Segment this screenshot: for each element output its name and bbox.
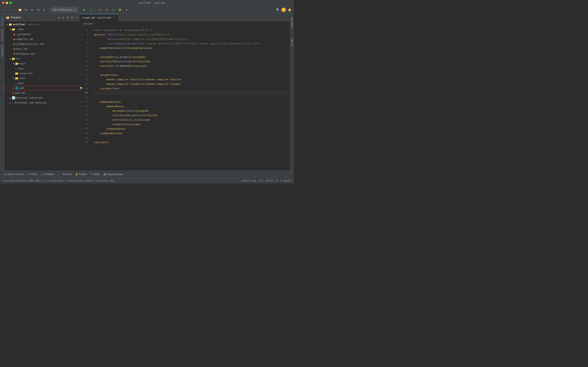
- expand-all-icon[interactable]: ⊕: [57, 16, 60, 19]
- line-4: 4: [80, 41, 90, 46]
- settings-button[interactable]: ⚙: [35, 7, 41, 13]
- tree-jar-repos[interactable]: ⚙ jarRepositories.xml: [4, 42, 80, 47]
- line-separator-item[interactable]: LF: [274, 178, 279, 184]
- code-line-6: [94, 50, 287, 55]
- profiler-icon: ⚡: [75, 173, 78, 176]
- notifications-button[interactable]: 🔔: [287, 7, 292, 13]
- tree-main-folder[interactable]: ▼ 📂 main: [4, 61, 80, 66]
- hint-icon-14[interactable]: 💡: [80, 87, 82, 90]
- gitignore-file-icon: ●: [13, 33, 15, 36]
- user-avatar[interactable]: U: [281, 8, 286, 12]
- structure-panel-strip-label[interactable]: Structure: [0, 27, 4, 43]
- editor-content: 1 ▼ 2 3 4 5 6 7 8 9 10 ▼ 11 12 13: [80, 26, 290, 170]
- tree-web-folder[interactable]: ▶ 🌐 web: [4, 86, 80, 91]
- tab-close-icon[interactable]: ✕: [113, 16, 116, 19]
- tree-scratches[interactable]: ▶ ✎ Scratches and Consoles: [4, 100, 80, 105]
- line-16: 16: [80, 95, 90, 100]
- main-container: Project Structure Bookmarks 📂 Project ⊕ …: [0, 14, 294, 170]
- expand-button[interactable]: ⊕: [23, 7, 29, 13]
- compiler-xml-label: compiler.xml: [16, 38, 34, 41]
- collapse-all-icon[interactable]: ⊖: [61, 16, 65, 19]
- close-button[interactable]: [2, 2, 4, 4]
- project-panel: 📂 Project ⊕ ⊖ ⊟ ⚙ ─ ▼ 📁 untitled ~/untit…: [4, 14, 80, 170]
- todo-button[interactable]: ☑ TODO: [26, 171, 39, 177]
- version-control-button[interactable]: ⎇ Version Control: [2, 171, 25, 177]
- build-tool-button[interactable]: 🔨 Build: [89, 171, 102, 177]
- tree-ext-libs[interactable]: ▶ 📊 External Libraries: [4, 95, 80, 100]
- forward-button[interactable]: →: [8, 7, 13, 13]
- tree-root-item[interactable]: ▼ 📁 untitled ~/untitled: [4, 22, 80, 27]
- fold-icon-24[interactable]: ▼: [81, 132, 83, 134]
- code-line-11: <properties>: [94, 73, 287, 77]
- event-log-item[interactable]: ● Event Log: [240, 178, 257, 184]
- fold-icon-23[interactable]: ▼: [81, 127, 83, 130]
- database-panel-label[interactable]: Database: [290, 16, 294, 30]
- maven-panel-label[interactable]: Maven: [290, 38, 294, 48]
- notification-item[interactable]: Localized IntelliJ IDEA 2021.3.2 is avai…: [2, 178, 116, 184]
- add-configuration-button[interactable]: Add Configuration... ▾: [51, 7, 78, 13]
- filter-icon[interactable]: ⊟: [66, 16, 69, 19]
- line-22: 22: [80, 122, 90, 126]
- bookmarks-panel-strip-label[interactable]: Bookmarks: [0, 43, 4, 58]
- caret-position-item[interactable]: 15:1: [257, 178, 265, 184]
- collapse-button[interactable]: ⊖: [29, 7, 35, 13]
- indent-item[interactable]: 4 spaces: [279, 178, 292, 184]
- maximize-button[interactable]: [9, 2, 12, 4]
- tree-resources[interactable]: 📂 resources: [4, 71, 80, 76]
- tree-misc-xml[interactable]: ⚙ misc.xml: [4, 47, 80, 51]
- debug-button[interactable]: ⬡: [88, 7, 94, 13]
- fold-icon-2[interactable]: ▼: [81, 33, 83, 36]
- line-10: 10: [80, 68, 90, 73]
- project-panel-strip-label[interactable]: Project: [0, 15, 4, 27]
- java-test-label: java: [17, 82, 24, 85]
- tree-java-main[interactable]: ☕ java: [4, 66, 80, 71]
- encoding-item[interactable]: UTF-8: [265, 178, 274, 184]
- version-control-icon: ⎇: [3, 173, 6, 176]
- terminal-button[interactable]: ⬛ Terminal: [57, 171, 73, 177]
- minimize-button[interactable]: [6, 2, 8, 4]
- problems-button[interactable]: ⚠ Problems: [40, 171, 56, 177]
- main-folder-icon: 📂: [15, 62, 18, 65]
- fold-icon-11[interactable]: ▼: [81, 74, 83, 76]
- dependencies-button[interactable]: 🔗 Dependencies: [102, 171, 125, 177]
- code-line-26: </project>: [94, 140, 287, 144]
- fold-icon-18[interactable]: ▼: [81, 105, 83, 108]
- build-button[interactable]: ⚒: [97, 7, 103, 13]
- line-5: 5: [80, 46, 90, 50]
- coverage-button[interactable]: ◎: [111, 7, 116, 13]
- tree-src-folder[interactable]: ▼ 📂 src: [4, 56, 80, 61]
- tree-test-folder[interactable]: ▼ 📂 test: [4, 76, 80, 81]
- status-bar: Localized IntelliJ IDEA 2021.3.2 is avai…: [0, 178, 294, 184]
- version-control-label: Version Control: [7, 173, 24, 176]
- back-button[interactable]: ←: [2, 7, 7, 13]
- rebuild-button[interactable]: ↺: [104, 7, 110, 13]
- search-everywhere-button[interactable]: 🔍: [275, 7, 281, 13]
- close-panel-button[interactable]: ✕: [42, 7, 47, 13]
- code-line-2: <project xmlns="http://maven.apache.org/…: [94, 32, 287, 37]
- tree-pom-xml[interactable]: ⬡ pom.xml: [4, 91, 80, 95]
- fold-icon-14[interactable]: ▼: [82, 87, 85, 90]
- title-bar: untitled › pom.xml: [0, 0, 294, 6]
- tree-java-test[interactable]: ☕ java: [4, 81, 80, 86]
- scratches-icon: ✎: [12, 101, 13, 104]
- profiler-button[interactable]: ⚡ Profiler: [73, 171, 88, 177]
- scroll-gutter: ✓: [287, 26, 290, 170]
- profiler-run-button[interactable]: ⚡: [117, 7, 123, 13]
- fold-icon-17[interactable]: ▼: [81, 100, 83, 103]
- tree-gitignore[interactable]: ● .gitignore: [4, 32, 80, 37]
- tree-idea-folder[interactable]: ▼ 📂 .idea: [4, 27, 80, 32]
- gear-icon[interactable]: ⚙: [70, 16, 74, 19]
- ext-libs-arrow-icon: ▶: [9, 96, 12, 100]
- code-area[interactable]: <?xml version="1.0" encoding="UTF-8"?> <…: [90, 26, 287, 170]
- panel-hide-icon[interactable]: ─: [75, 16, 78, 19]
- more-run-button[interactable]: ▾: [123, 7, 129, 13]
- recent-files-button[interactable]: ⋮: [283, 15, 288, 20]
- run-button[interactable]: ▶: [82, 7, 87, 13]
- tree-workspace-xml[interactable]: ⚙ workspace.xml: [4, 51, 80, 56]
- web-label: web: [19, 87, 24, 90]
- src-arrow-icon: ▼: [9, 57, 12, 60]
- tab-pom-xml[interactable]: m pom.xml (untitled) ✕: [80, 14, 118, 21]
- tree-compiler-xml[interactable]: ⚙ compiler.xml: [4, 37, 80, 42]
- project-folder-button[interactable]: 📁: [17, 7, 23, 13]
- problems-label: Problems: [44, 173, 55, 176]
